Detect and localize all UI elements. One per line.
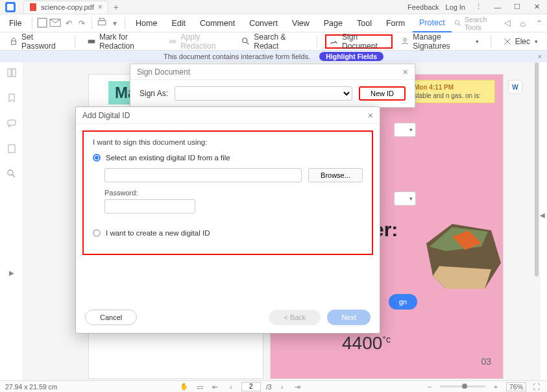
maximize-button[interactable]: ☐: [511, 1, 524, 14]
menu-tool[interactable]: Tool: [350, 14, 378, 32]
menu-convert[interactable]: Convert: [243, 14, 284, 32]
search-redact-button[interactable]: Search & Redact: [237, 34, 309, 49]
svg-rect-16: [12, 69, 16, 77]
menu-protect[interactable]: Protect: [413, 14, 452, 32]
svg-point-7: [455, 20, 459, 24]
right-sidebar: ◀: [539, 62, 547, 380]
svg-rect-17: [8, 120, 16, 125]
page-total: /3: [266, 383, 272, 391]
sticky-note[interactable]: Mon 4:11 PM stable and n gas. on is:: [411, 80, 495, 103]
manage-signatures-button[interactable]: Manage Signatures▾: [396, 34, 483, 49]
menu-edit[interactable]: Edit: [165, 14, 192, 32]
word-export-icon[interactable]: W: [508, 80, 522, 94]
sticky-timestamp: Mon 4:11 PM: [414, 83, 492, 92]
svg-line-13: [247, 42, 249, 44]
hand-tool-icon[interactable]: ✋: [179, 382, 189, 391]
attachments-icon[interactable]: [6, 143, 17, 156]
thumbnails-icon[interactable]: [6, 67, 17, 80]
menu-comment[interactable]: Comment: [193, 14, 241, 32]
new-id-button[interactable]: New ID: [359, 86, 406, 101]
next-page-icon[interactable]: ›: [277, 383, 287, 391]
sign-dialog-close-icon[interactable]: ×: [403, 67, 408, 77]
page-number-input[interactable]: [241, 382, 261, 391]
page-number: 03: [481, 356, 491, 367]
sign-as-label: Sign As:: [140, 89, 168, 98]
fit-page-icon[interactable]: ⛶: [531, 383, 542, 391]
sign-field-button[interactable]: gn: [389, 294, 417, 310]
form-dropdown-2[interactable]: ▾: [394, 191, 416, 206]
form-fields-infobar: This document contains interactive form …: [0, 51, 547, 62]
redo-icon[interactable]: ↷: [76, 16, 88, 31]
sign-document-dialog: Sign Document × Sign As: New ID: [130, 64, 415, 108]
vertical-scrollbar[interactable]: [534, 62, 539, 380]
svg-line-8: [458, 23, 460, 25]
expand-right-icon[interactable]: ◀: [540, 212, 545, 219]
expand-left-icon[interactable]: ▶: [9, 269, 14, 276]
electronic-sign-button[interactable]: Elec▾: [499, 34, 542, 49]
menu-dots-icon[interactable]: ⋮: [472, 1, 485, 14]
collapse-ribbon-icon[interactable]: ⌃: [533, 17, 544, 30]
search-tools[interactable]: Search Tools: [454, 16, 497, 31]
save-icon[interactable]: [36, 16, 48, 31]
password-input[interactable]: [104, 199, 195, 214]
feedback-link[interactable]: Feedback: [407, 3, 439, 11]
select-tool-icon[interactable]: ▭: [195, 383, 205, 391]
set-password-button[interactable]: Set Password: [5, 34, 67, 49]
menu-view[interactable]: View: [286, 14, 316, 32]
sign-as-select[interactable]: [175, 86, 352, 101]
menu-home[interactable]: Home: [129, 14, 164, 32]
undo-icon[interactable]: ↶: [63, 16, 75, 31]
browse-button[interactable]: Browse...: [308, 168, 363, 182]
first-page-icon[interactable]: ⇤: [210, 383, 221, 391]
left-sidebar: ▶: [0, 62, 23, 380]
svg-marker-24: [433, 266, 491, 289]
svg-rect-11: [169, 40, 176, 43]
cloud-icon[interactable]: [518, 17, 529, 30]
svg-point-14: [404, 38, 406, 41]
share-icon[interactable]: [502, 17, 513, 30]
option-existing-id[interactable]: Select an existing digital ID from a fil…: [93, 154, 363, 162]
option-new-id[interactable]: I want to create a new digital ID: [93, 229, 363, 237]
radio-new-icon: [93, 229, 101, 237]
highlight-fields-button[interactable]: Highlight Fields: [319, 52, 383, 61]
menu-form[interactable]: Form: [380, 14, 411, 32]
infobar-close-icon[interactable]: ×: [538, 53, 542, 60]
id-file-input[interactable]: [104, 168, 302, 182]
new-tab-button[interactable]: +: [114, 2, 119, 12]
zoom-out-icon[interactable]: −: [424, 383, 435, 391]
login-link[interactable]: Log In: [445, 3, 465, 11]
apply-redaction-button: Apply Redaction: [164, 34, 234, 49]
add-digital-id-dialog: Add Digital ID × I want to sign this doc…: [75, 106, 380, 334]
temperature-value: 4400°c: [342, 333, 391, 354]
sign-document-button[interactable]: Sign Document: [325, 34, 393, 49]
form-dropdown-1[interactable]: ▾: [394, 123, 416, 137]
password-label: Password:: [104, 189, 363, 197]
mail-icon[interactable]: [49, 16, 61, 31]
minimize-button[interactable]: —: [491, 1, 504, 14]
menu-page[interactable]: Page: [317, 14, 349, 32]
close-window-button[interactable]: ✕: [530, 1, 543, 14]
bookmarks-icon[interactable]: [6, 93, 17, 105]
svg-line-20: [12, 175, 15, 177]
tab-title: science-copy.pdf: [41, 3, 94, 11]
print-icon[interactable]: [96, 16, 108, 31]
prev-page-icon[interactable]: ‹: [226, 383, 236, 391]
close-tab-icon[interactable]: ×: [98, 3, 103, 12]
search-panel-icon[interactable]: [6, 169, 17, 181]
addid-close-icon[interactable]: ×: [368, 110, 373, 121]
cancel-button[interactable]: Cancel: [85, 310, 137, 325]
mark-redaction-button[interactable]: Mark for Redaction: [83, 34, 160, 49]
next-button[interactable]: Next: [327, 310, 371, 325]
sticky-text: stable and n gas. on is:: [414, 92, 492, 100]
print-dropdown-icon[interactable]: ▾: [109, 16, 121, 31]
zoom-slider[interactable]: [440, 386, 485, 387]
zoom-in-icon[interactable]: +: [491, 383, 501, 391]
svg-point-12: [243, 38, 247, 42]
search-icon: [454, 19, 462, 27]
svg-rect-10: [88, 40, 95, 43]
file-menu[interactable]: File: [3, 19, 28, 28]
last-page-icon[interactable]: ⇥: [293, 383, 303, 391]
comments-icon[interactable]: [6, 118, 17, 130]
addid-options-group: I want to sign this document using: Sele…: [82, 130, 373, 255]
document-tab[interactable]: science-copy.pdf ×: [23, 1, 108, 14]
